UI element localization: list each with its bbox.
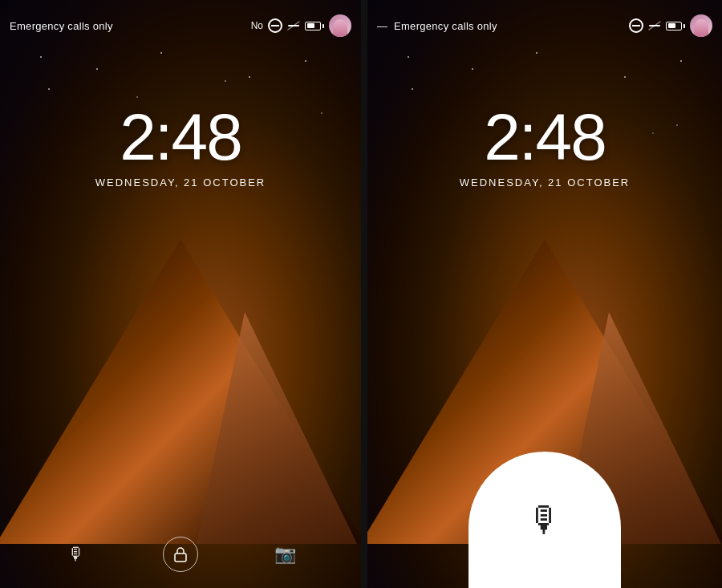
status-right: No xyxy=(251,14,351,37)
status-bar-right: — Emergency calls only xyxy=(367,0,722,45)
emergency-calls-text-left: Emergency calls only xyxy=(10,20,113,32)
emergency-calls-text-right: Emergency calls only xyxy=(394,20,497,32)
camera-button-left[interactable]: 📷 xyxy=(267,537,302,572)
clock-area-right: 2:48 WEDNESDAY, 21 OCTOBER xyxy=(367,104,722,189)
avatar-right[interactable] xyxy=(690,14,712,37)
no-sim-text: No xyxy=(251,20,263,31)
status-left: Emergency calls only xyxy=(10,20,251,32)
mic-button-left[interactable]: 🎙 xyxy=(59,537,94,572)
avatar-left[interactable] xyxy=(329,14,351,37)
screen-left: Emergency calls only No xyxy=(0,0,361,588)
no-signal-icon-right xyxy=(648,19,661,32)
dnd-icon-left xyxy=(268,18,282,33)
mic-icon-overlay: 🎙 xyxy=(527,500,562,540)
clock-date-left: WEDNESDAY, 21 OCTOBER xyxy=(95,176,266,189)
status-bar-left: Emergency calls only No xyxy=(0,0,361,45)
no-signal-icon-left xyxy=(287,19,300,32)
status-dash: — xyxy=(377,20,387,32)
clock-time-left: 2:48 xyxy=(120,104,241,170)
clock-date-right: WEDNESDAY, 21 OCTOBER xyxy=(460,176,631,189)
svg-rect-0 xyxy=(175,554,186,562)
clock-time-right: 2:48 xyxy=(484,104,606,170)
dnd-icon-right xyxy=(629,18,643,33)
lock-button-left[interactable] xyxy=(163,537,198,572)
status-left-right: — Emergency calls only xyxy=(377,20,629,32)
battery-icon-right xyxy=(666,22,685,30)
status-right-right xyxy=(629,14,712,37)
bottom-bar-left: 🎙 📷 xyxy=(0,537,361,572)
clock-area-left: 2:48 WEDNESDAY, 21 OCTOBER xyxy=(0,104,361,189)
screen-right: — Emergency calls only xyxy=(361,0,722,588)
battery-icon-left xyxy=(305,22,324,30)
